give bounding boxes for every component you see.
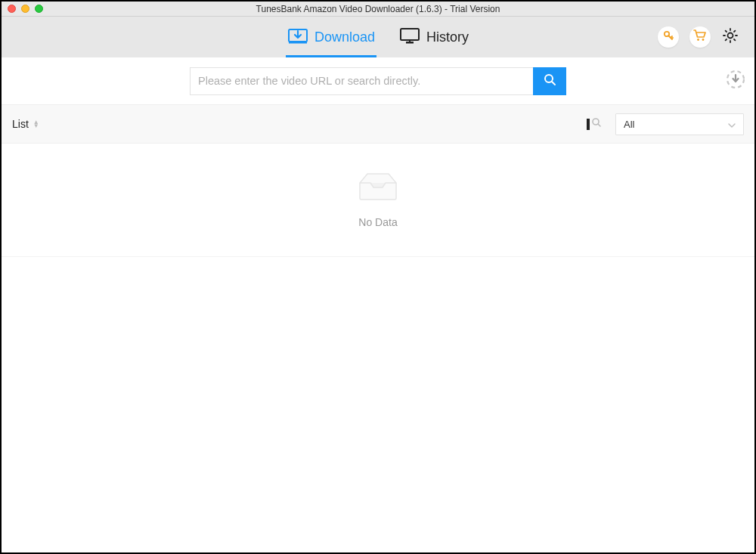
tab-history[interactable]: History (398, 17, 470, 57)
maximize-icon[interactable] (35, 5, 43, 13)
svg-rect-1 (289, 42, 307, 44)
sort-icon: ▲ ▼ (33, 120, 39, 128)
tab-history-label: History (426, 29, 469, 45)
gear-icon (722, 27, 739, 47)
empty-text: No Data (358, 216, 397, 228)
header-actions (658, 26, 739, 48)
purchase-button[interactable] (689, 26, 711, 48)
inbox-icon (357, 172, 399, 204)
list-bar: List ▲ ▼ All (2, 104, 754, 144)
list-controls: All (587, 113, 744, 135)
app-window: TunesBank Amazon Video Downloader (1.6.3… (0, 0, 756, 554)
window-controls (2, 5, 43, 13)
inline-search-button[interactable] (587, 117, 602, 131)
cart-icon (693, 29, 707, 45)
search-input[interactable] (190, 67, 533, 95)
search-section (2, 57, 754, 104)
filter-select[interactable]: All (615, 113, 744, 135)
key-icon (662, 29, 674, 45)
search-button[interactable] (533, 67, 566, 95)
svg-point-7 (702, 39, 705, 41)
filter-selected-label: All (624, 119, 634, 130)
download-progress-icon (726, 70, 745, 92)
svg-rect-4 (409, 40, 411, 42)
empty-state: No Data (2, 144, 754, 257)
list-label-group[interactable]: List ▲ ▼ (12, 118, 39, 130)
header: Download History (2, 17, 754, 57)
chevron-down-icon (728, 119, 736, 130)
svg-point-6 (697, 39, 699, 41)
small-search-icon (591, 117, 602, 131)
close-icon[interactable] (8, 5, 16, 13)
monitor-icon (399, 26, 420, 48)
tab-bar: Download History (286, 17, 470, 57)
text-cursor-icon (587, 119, 590, 130)
svg-rect-2 (401, 29, 419, 40)
tab-download[interactable]: Download (286, 17, 376, 57)
tab-download-label: Download (314, 29, 375, 45)
search-wrapper (190, 67, 566, 95)
list-label: List (12, 118, 29, 130)
register-button[interactable] (658, 26, 679, 48)
download-icon (287, 26, 308, 48)
search-icon (544, 73, 556, 88)
settings-button[interactable] (721, 28, 739, 46)
title-bar: TunesBank Amazon Video Downloader (1.6.3… (2, 2, 754, 17)
minimize-icon[interactable] (21, 5, 29, 13)
download-progress-button[interactable] (726, 71, 745, 91)
window-title: TunesBank Amazon Video Downloader (1.6.3… (256, 4, 500, 14)
